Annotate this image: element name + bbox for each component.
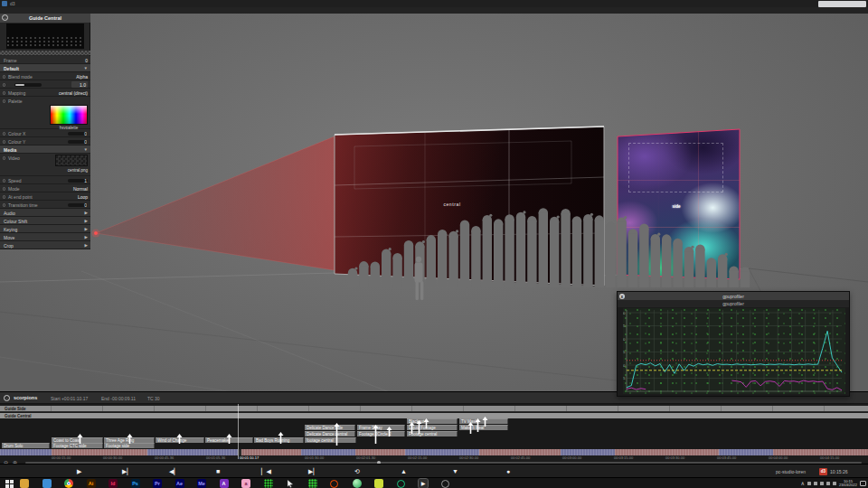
track-name[interactable]: scorpions <box>14 395 37 400</box>
loop-button[interactable]: ⟲ <box>354 467 360 475</box>
green-sphere-app-icon[interactable] <box>353 479 362 488</box>
editor-row-blend-mode[interactable]: Blend modeAlpha <box>0 72 90 80</box>
property-value-box[interactable]: 1.0 <box>71 81 88 88</box>
editor-row-media[interactable]: Media▼ <box>0 145 90 154</box>
illustrator-icon[interactable]: Ai <box>87 479 96 488</box>
editor-row-colour-shift[interactable]: Colour Shift▶ <box>0 217 90 225</box>
knob-icon[interactable] <box>3 179 6 183</box>
battery-icon[interactable] <box>807 482 811 485</box>
knob-icon[interactable] <box>3 132 6 136</box>
editor-row-at-end-point[interactable]: At end pointLoop <box>0 192 90 201</box>
photos-icon[interactable] <box>42 479 52 488</box>
cue-marker-arrow[interactable] <box>127 434 133 445</box>
section-segment[interactable] <box>773 449 868 455</box>
cloud-icon[interactable] <box>814 482 817 485</box>
layer-guide-side[interactable]: Guide Side <box>0 406 868 412</box>
record-button[interactable]: ● <box>506 467 510 475</box>
section-color-strip[interactable] <box>0 449 868 455</box>
windows-start-icon[interactable] <box>5 480 14 488</box>
play-button[interactable]: ▶ <box>77 467 81 475</box>
editor-row-mapping[interactable]: Mappingcentral (direct) <box>0 89 90 97</box>
knob-icon[interactable] <box>3 75 6 79</box>
purple-a-app-icon[interactable]: A <box>220 479 229 488</box>
clock[interactable]: 10:15 23/03/2022 <box>839 480 857 488</box>
knob-icon[interactable] <box>3 187 6 191</box>
property-mini-slider[interactable]: 0 <box>68 132 88 136</box>
editor-row-mode[interactable]: ModeNormal <box>0 184 90 192</box>
gpuprofiler-window[interactable]: gpuprofiler x gpuprofiler 30252015105 <box>617 291 850 397</box>
property-value[interactable]: Normal <box>73 186 88 192</box>
section-segment[interactable] <box>615 449 719 455</box>
clip-footage-2circle-2[interactable]: Footage 2Circle 2 <box>357 431 405 436</box>
section-segment[interactable] <box>405 449 479 455</box>
cue-marker-arrow[interactable] <box>226 434 232 445</box>
after-effects-icon[interactable]: Ae <box>175 479 184 488</box>
window-controls-overlay[interactable] <box>818 1 866 7</box>
gray-ring-app-icon[interactable] <box>441 480 449 488</box>
marker-down-button[interactable]: ▼ <box>452 467 458 475</box>
premiere-icon[interactable]: Pr <box>153 479 162 488</box>
layer-preview-thumbnail[interactable] <box>6 23 84 49</box>
stop-button[interactable]: ■ <box>216 467 220 475</box>
section-segment[interactable] <box>719 449 773 455</box>
photoshop-icon[interactable]: Ps <box>131 479 140 488</box>
language-icon[interactable] <box>833 482 836 485</box>
editor-row-move[interactable]: Move▶ <box>0 233 90 241</box>
previous-section-button[interactable]: ▏◀ <box>261 467 271 475</box>
editor-row-audio[interactable]: Audio▶ <box>0 209 90 217</box>
close-icon[interactable]: x <box>619 294 625 299</box>
cue-marker-arrow[interactable] <box>386 427 392 437</box>
cue-marker-arrow[interactable] <box>482 417 488 427</box>
clip-delicate-dance-central[interactable]: Delicate Dance central <box>305 431 355 436</box>
property-value[interactable]: Alpha <box>76 74 88 80</box>
media-strip-thumbnail[interactable] <box>0 51 90 55</box>
editor-row-[interactable]: 1.0 <box>0 80 90 89</box>
cue-marker-arrow[interactable] <box>176 434 183 445</box>
cue-marker-arrow[interactable] <box>409 422 415 435</box>
section-segment[interactable] <box>241 449 301 455</box>
cue-marker-arrow[interactable] <box>373 425 379 445</box>
editor-row-default[interactable]: Default▼ <box>0 64 90 72</box>
play-to-next-section-button[interactable]: ▶▏ <box>122 467 132 475</box>
cursor-tool-icon[interactable] <box>286 479 295 488</box>
green-hexagon-app-icon[interactable] <box>397 480 405 488</box>
knob-icon[interactable] <box>3 83 6 87</box>
marker-up-button[interactable]: ▲ <box>401 467 407 475</box>
editor-row-speed[interactable]: Speed1 <box>0 176 90 184</box>
editor-options-icon[interactable]: · <box>2 14 8 21</box>
d3-player-icon[interactable]: ▶ <box>419 479 428 488</box>
play-to-end-of-section-button[interactable]: ◀▏ <box>169 467 179 475</box>
section-segment[interactable] <box>479 449 561 455</box>
video-thumbnail[interactable] <box>55 155 88 166</box>
knob-icon[interactable] <box>3 140 6 144</box>
editor-row-colour-x[interactable]: Colour X0 <box>0 129 90 137</box>
chevron-down-icon[interactable]: ▼ <box>84 147 88 152</box>
editor-title[interactable]: Guide Central <box>0 14 90 23</box>
editor-row-frame[interactable]: Frame0 <box>0 56 90 64</box>
knob-icon[interactable] <box>3 91 6 95</box>
property-value[interactable]: central (direct) <box>59 90 88 96</box>
orange-ring-app-icon[interactable] <box>330 480 338 488</box>
playhead[interactable] <box>238 404 239 459</box>
brightness-property-slider[interactable] <box>14 83 42 87</box>
cue-marker-arrow[interactable] <box>423 418 429 429</box>
section-segment[interactable] <box>355 449 405 455</box>
section-segment[interactable] <box>52 449 147 455</box>
chevron-right-icon[interactable]: ▶ <box>85 235 88 239</box>
yellow-app-icon[interactable] <box>374 479 383 488</box>
editor-row-crop[interactable]: Crop▶ <box>0 241 90 249</box>
knob-icon[interactable] <box>3 195 6 199</box>
track-options-icon[interactable]: · <box>4 395 10 401</box>
clip-frame-delay[interactable]: Frame Delay <box>357 425 405 430</box>
cue-marker-arrow[interactable] <box>334 423 340 446</box>
hsv-palette-thumbnail[interactable] <box>50 105 88 125</box>
knob-icon[interactable] <box>3 156 6 160</box>
media-encoder-icon[interactable]: Me <box>197 479 206 488</box>
green-pixel-grid-app-icon[interactable] <box>264 479 273 488</box>
next-section-button[interactable]: ▶▏ <box>308 467 318 475</box>
pink-a-app-icon[interactable]: a <box>241 479 250 488</box>
explorer-icon[interactable] <box>20 479 29 488</box>
chevron-right-icon[interactable]: ▶ <box>85 219 88 223</box>
clip-drum-solo[interactable]: Drum Solo <box>2 443 50 448</box>
property-mini-slider[interactable]: 0 <box>68 203 88 207</box>
